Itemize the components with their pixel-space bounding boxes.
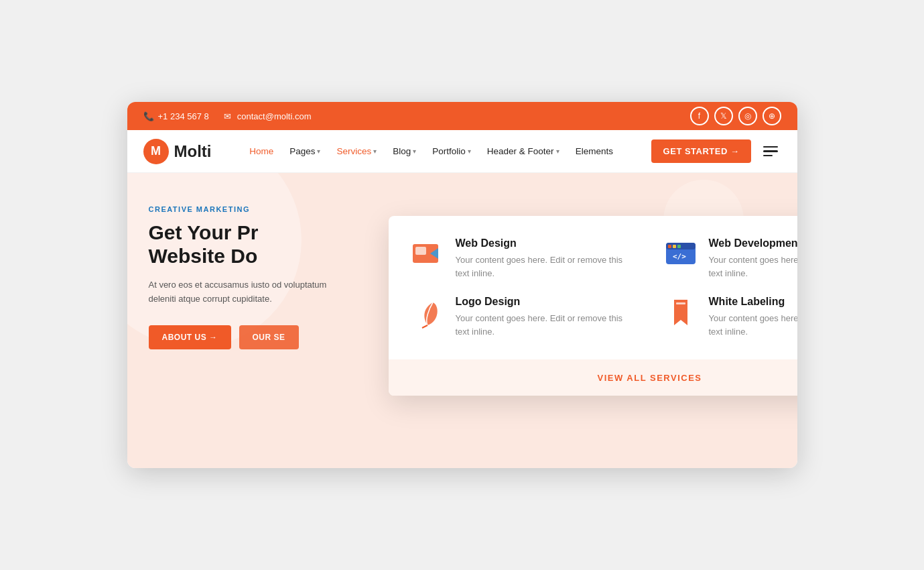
- email-contact: ✉ contact@molti.com: [222, 111, 312, 121]
- svg-rect-5: [668, 245, 671, 248]
- service-desc-web-dev: Your content goes here. Edit or remove t…: [709, 253, 797, 280]
- services-grid: Web Design Your content goes here. Edit …: [410, 237, 797, 359]
- nav-item-portfolio[interactable]: Portfolio ▾: [425, 141, 478, 162]
- twitter-icon[interactable]: 𝕏: [714, 107, 733, 125]
- email-address: contact@molti.com: [237, 111, 312, 121]
- hamburger-menu[interactable]: [761, 144, 781, 160]
- service-title-white-label: White Labeling: [709, 296, 797, 308]
- our-services-button[interactable]: OUR SE: [239, 325, 299, 349]
- service-item-logo-design: Logo Design Your content goes here. Edit…: [410, 296, 637, 338]
- svg-text:</>: </>: [673, 252, 686, 261]
- svg-rect-1: [415, 247, 426, 255]
- phone-number: +1 234 567 8: [158, 111, 209, 121]
- hero-title: Get Your Pr Website Do: [149, 221, 347, 268]
- service-text-web-design: Web Design Your content goes here. Edit …: [456, 237, 637, 280]
- nav-item-header-footer[interactable]: Header & Footer ▾: [480, 141, 566, 162]
- svg-rect-6: [673, 245, 676, 248]
- service-title-web-design: Web Design: [456, 237, 637, 249]
- chevron-down-icon: ▾: [413, 148, 416, 155]
- svg-rect-7: [677, 245, 681, 248]
- main-area: CREATIVE MARKETING Get Your Pr Website D…: [127, 173, 797, 468]
- view-all-services-link[interactable]: VIEW ALL SERVICES: [597, 373, 702, 383]
- view-all-services-bar: VIEW ALL SERVICES: [389, 359, 797, 396]
- social-icons: f 𝕏 ◎ ⊕: [690, 107, 781, 125]
- nav-item-blog[interactable]: Blog ▾: [386, 141, 423, 162]
- service-desc-white-label: Your content goes here. Edit or remove t…: [709, 312, 797, 338]
- web-dev-icon: </>: [663, 237, 698, 272]
- logo-icon: M: [143, 139, 169, 164]
- get-started-button[interactable]: GET STARTED →: [651, 139, 752, 163]
- nav-menu: Home Pages ▾ Services ▾ Blog ▾ Portfolio…: [243, 141, 620, 162]
- service-text-web-dev: Web Development Your content goes here. …: [709, 237, 797, 280]
- hero-buttons: ABOUT US → OUR SE: [149, 325, 347, 349]
- svg-line-10: [422, 325, 427, 328]
- service-title-web-dev: Web Development: [709, 237, 797, 249]
- topbar: 📞 +1 234 567 8 ✉ contact@molti.com f 𝕏 ◎…: [127, 102, 797, 130]
- service-desc-logo-design: Your content goes here. Edit or remove t…: [456, 312, 637, 338]
- facebook-icon[interactable]: f: [690, 107, 709, 125]
- nav-item-home[interactable]: Home: [243, 141, 280, 162]
- nav-item-pages[interactable]: Pages ▾: [283, 141, 327, 162]
- nav-item-elements[interactable]: Elements: [569, 141, 620, 162]
- chevron-down-icon: ▾: [556, 148, 559, 155]
- logo-design-icon: [410, 296, 445, 331]
- phone-contact: 📞 +1 234 567 8: [143, 111, 209, 121]
- web-design-icon: [410, 237, 445, 272]
- instagram-icon[interactable]: ◎: [738, 107, 757, 125]
- chevron-down-icon: ▾: [373, 148, 377, 155]
- logo-text: Molti: [174, 142, 212, 161]
- services-dropdown: Web Design Your content goes here. Edit …: [389, 216, 797, 396]
- hero-content: CREATIVE MARKETING Get Your Pr Website D…: [127, 173, 369, 382]
- chevron-down-icon: ▾: [468, 148, 471, 155]
- browser-window: 📞 +1 234 567 8 ✉ contact@molti.com f 𝕏 ◎…: [127, 102, 797, 468]
- dribbble-icon[interactable]: ⊕: [763, 107, 781, 125]
- logo: M Molti: [143, 139, 212, 164]
- navbar-right: GET STARTED →: [651, 139, 781, 163]
- nav-item-services[interactable]: Services ▾: [330, 141, 383, 162]
- navbar: M Molti Home Pages ▾ Services ▾ Blog ▾ P…: [127, 130, 797, 173]
- service-item-web-design: Web Design Your content goes here. Edit …: [410, 237, 637, 280]
- chevron-down-icon: ▾: [317, 148, 320, 155]
- hero-tag: CREATIVE MARKETING: [149, 205, 347, 213]
- service-text-logo-design: Logo Design Your content goes here. Edit…: [456, 296, 637, 338]
- svg-rect-11: [676, 302, 685, 304]
- topbar-left: 📞 +1 234 567 8 ✉ contact@molti.com: [143, 111, 312, 121]
- service-text-white-label: White Labeling Your content goes here. E…: [709, 296, 797, 338]
- email-icon: ✉: [222, 111, 233, 121]
- service-item-web-dev: </> Web Development Your content goes he…: [663, 237, 797, 280]
- white-label-icon: [663, 296, 698, 331]
- hero-description: At vero eos et accusamus iusto od volupt…: [149, 278, 347, 306]
- phone-icon: 📞: [143, 111, 154, 121]
- about-us-button[interactable]: ABOUT US →: [149, 325, 231, 349]
- service-desc-web-design: Your content goes here. Edit or remove t…: [456, 253, 637, 280]
- service-title-logo-design: Logo Design: [456, 296, 637, 308]
- service-item-white-label: White Labeling Your content goes here. E…: [663, 296, 797, 338]
